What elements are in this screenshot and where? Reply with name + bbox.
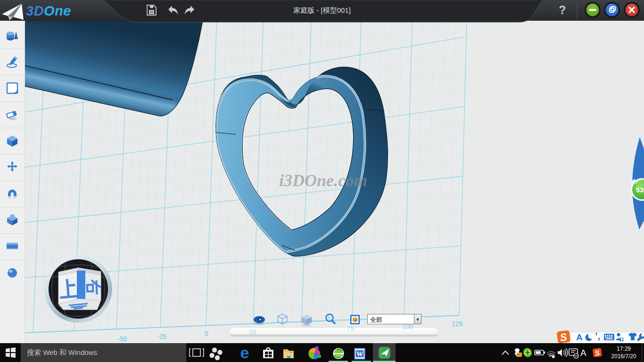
svg-text:e: e bbox=[240, 344, 249, 362]
svg-text:-25: -25 bbox=[157, 333, 166, 340]
svg-text:0: 0 bbox=[205, 330, 208, 337]
svg-text:11: 11 bbox=[619, 337, 624, 342]
svg-text:W: W bbox=[356, 351, 363, 358]
svg-text:?: ? bbox=[559, 3, 566, 16]
svg-text:-50: -50 bbox=[117, 335, 127, 343]
svg-text:A: A bbox=[580, 348, 586, 358]
svg-text:3DOne: 3DOne bbox=[26, 3, 71, 18]
svg-text:53: 53 bbox=[636, 186, 644, 194]
svg-text:125: 125 bbox=[452, 320, 463, 328]
svg-text:A: A bbox=[576, 332, 583, 342]
svg-text:25: 25 bbox=[249, 328, 256, 336]
svg-text:75: 75 bbox=[347, 325, 354, 332]
svg-text:i3DOne.com: i3DOne.com bbox=[279, 171, 367, 190]
svg-text:’,: ’, bbox=[595, 331, 600, 341]
svg-text:家庭版 - [模型001]: 家庭版 - [模型001] bbox=[293, 6, 351, 14]
